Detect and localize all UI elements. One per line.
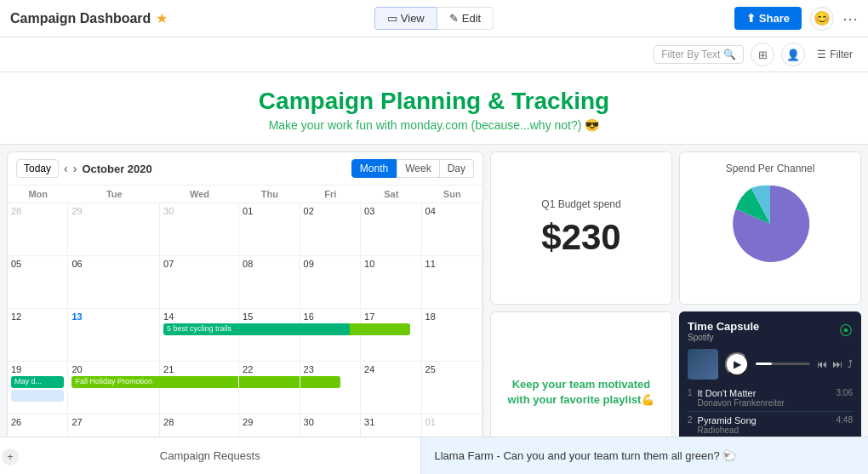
more-options-button[interactable]: ⋯ <box>842 9 858 28</box>
day-header-mon: Mon <box>8 186 68 203</box>
cal-cell-09oct[interactable]: 09 <box>300 256 361 309</box>
add-button[interactable]: + <box>2 448 19 465</box>
day-header-thu: Thu <box>239 186 300 203</box>
spend-per-channel-widget: Spend Per Channel <box>679 151 861 305</box>
campaign-requests-label: Campaign Requests <box>160 449 260 462</box>
hero-subtitle: Make your work fun with monday.com (beca… <box>0 118 868 132</box>
view-edit-tabs: ▭ View ✎ Edit <box>374 7 494 30</box>
today-button[interactable]: Today <box>16 159 59 178</box>
spotify-header: Time Capsule Spotify ⦿ <box>688 320 853 342</box>
track-2-artist: Radiohead <box>698 425 837 435</box>
spotify-title: Time Capsule <box>688 320 759 333</box>
cal-cell-20oct[interactable]: 20 Fall Holiday Promotion <box>68 362 160 414</box>
hero-section: Campaign Planning & Tracking Make your w… <box>0 72 868 145</box>
cal-cell-08oct[interactable]: 08 <box>239 256 300 309</box>
blue-event[interactable] <box>11 390 64 402</box>
progress-bar[interactable] <box>756 363 810 365</box>
cal-cell-29sep[interactable]: 29 <box>68 203 160 256</box>
cal-cell-01oct[interactable]: 01 <box>239 203 300 256</box>
cal-cell-03oct[interactable]: 03 <box>361 203 421 256</box>
may-d-event[interactable]: May d... <box>11 376 64 388</box>
progress-fill <box>756 363 772 365</box>
user-icon[interactable]: 👤 <box>781 43 805 66</box>
campaign-requests-section: Campaign Requests <box>0 437 421 474</box>
cal-cell-10oct[interactable]: 10 <box>361 256 421 309</box>
play-button[interactable]: ▶ <box>725 352 749 376</box>
next-month-button[interactable]: › <box>73 162 77 175</box>
share-button[interactable]: ⬆ Share <box>734 7 802 30</box>
cal-cell-06oct[interactable]: 06 <box>68 256 160 309</box>
track-2-info: Pyramid Song Radiohead <box>698 415 837 435</box>
month-label: October 2020 <box>82 163 151 175</box>
cal-cell-30sep[interactable]: 30 <box>160 203 239 256</box>
filter-button[interactable]: ☰ Filter <box>812 46 858 63</box>
cal-cell-21oct[interactable]: 21 <box>160 362 239 414</box>
spotify-subtitle: Spotify <box>688 333 759 342</box>
budget-widget: Q1 Budget spend $230 <box>490 151 672 305</box>
calendar-header: Today ‹ › October 2020 Month Week Day <box>8 152 483 186</box>
cal-cell-23oct[interactable]: 23 <box>300 362 361 414</box>
grid-icon[interactable]: ⊞ <box>751 43 774 66</box>
next-track-button[interactable]: ⏭ <box>832 358 842 370</box>
spotify-player: ▶ ⏮ ⏭ ⤴ <box>688 349 853 380</box>
track-1[interactable]: 1 It Don't Matter Donavon Frankenreiter … <box>688 385 853 412</box>
motivation-text: Keep your team motivatedwith your favori… <box>508 377 655 408</box>
spotify-info: Time Capsule Spotify <box>688 320 759 342</box>
view-tab[interactable]: ▭ View <box>374 7 437 30</box>
track-2-num: 2 <box>688 415 693 435</box>
track-2[interactable]: 2 Pyramid Song Radiohead 4:48 <box>688 412 853 439</box>
cal-cell-14oct[interactable]: 14 5 best cycling trails <box>160 309 239 362</box>
day-header-tue: Tue <box>68 186 160 203</box>
spotify-logo-icon: ⦿ <box>839 323 853 339</box>
calendar-widget: Today ‹ › October 2020 Month Week Day Mo… <box>7 151 483 474</box>
cal-cell-15oct[interactable]: 15 <box>239 309 300 362</box>
topbar: Campaign Dashboard ★ ▭ View ✎ Edit ⬆ Sha… <box>0 0 868 37</box>
album-art <box>688 349 718 380</box>
avatar-icon[interactable]: 😊 <box>810 7 834 31</box>
llama-chat-text: Llama Farm - Can you and your team turn … <box>435 449 737 462</box>
share-track-button[interactable]: ⤴ <box>848 358 853 370</box>
cal-cell-12oct[interactable]: 12 <box>8 309 68 362</box>
share-icon: ⬆ <box>746 12 756 25</box>
cal-cell-17oct[interactable]: 17 <box>361 309 421 362</box>
filter-icon: ☰ <box>817 49 826 60</box>
view-icon: ▭ <box>387 12 397 25</box>
cal-cell-02oct[interactable]: 02 <box>300 203 361 256</box>
filter-text-input[interactable]: Filter By Text 🔍 <box>654 45 744 64</box>
player-controls: ⏮ ⏭ ⤴ <box>817 358 853 370</box>
cal-cell-04oct[interactable]: 04 <box>422 203 483 256</box>
track-2-name: Pyramid Song <box>698 415 837 425</box>
cal-cell-28sep[interactable]: 28 <box>8 203 68 256</box>
track-1-artist: Donavon Frankenreiter <box>698 398 837 408</box>
track-1-duration: 3:06 <box>837 388 853 408</box>
cal-cell-24oct[interactable]: 24 <box>361 362 421 414</box>
day-view-tab[interactable]: Day <box>440 159 474 178</box>
edit-tab[interactable]: ✎ Edit <box>437 7 494 30</box>
llama-chat-section: Llama Farm - Can you and your team turn … <box>421 437 869 474</box>
track-2-duration: 4:48 <box>837 415 853 435</box>
cal-cell-16oct[interactable]: 16 May deals <box>300 309 361 362</box>
cal-cell-13oct[interactable]: 13 <box>68 309 160 362</box>
cal-cell-11oct[interactable]: 11 <box>422 256 483 309</box>
prev-track-button[interactable]: ⏮ <box>817 358 827 370</box>
calendar-view-tabs: Month Week Day <box>351 159 474 178</box>
track-1-num: 1 <box>688 388 693 408</box>
star-icon[interactable]: ★ <box>156 10 168 26</box>
cal-cell-25oct[interactable]: 25 <box>422 362 483 414</box>
cal-cell-19oct[interactable]: 19 May d... <box>8 362 68 414</box>
bottom-bar: Campaign Requests Llama Farm - Can you a… <box>0 437 868 474</box>
month-view-tab[interactable]: Month <box>351 159 397 178</box>
cal-cell-18oct[interactable]: 18 <box>422 309 483 362</box>
cal-cell-22oct[interactable]: 22 <box>239 362 300 414</box>
edit-icon: ✎ <box>449 12 459 25</box>
budget-label: Q1 Budget spend <box>541 198 620 210</box>
hero-title: Campaign Planning & Tracking <box>0 88 868 115</box>
prev-month-button[interactable]: ‹ <box>64 162 68 175</box>
track-1-info: It Don't Matter Donavon Frankenreiter <box>698 388 837 408</box>
main-grid: Today ‹ › October 2020 Month Week Day Mo… <box>0 145 868 474</box>
week-view-tab[interactable]: Week <box>397 159 439 178</box>
day-header-sat: Sat <box>361 186 421 203</box>
cal-cell-07oct[interactable]: 07 <box>160 256 239 309</box>
cal-cell-05oct[interactable]: 05 <box>8 256 68 309</box>
cycling-event[interactable]: 5 best cycling trails <box>163 323 349 335</box>
